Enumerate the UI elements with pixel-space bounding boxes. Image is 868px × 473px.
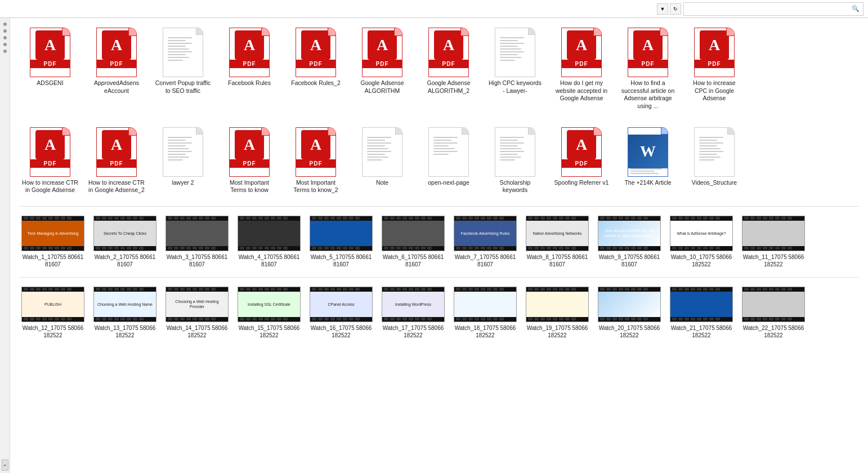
video-name: Watch_14_17075 58066182522 <box>165 324 229 339</box>
file-name: Videos_Structure <box>692 179 737 187</box>
file-name: Google Adsense ALGORITHM <box>354 79 410 95</box>
video-name: Watch_20_17075 58066182522 <box>598 324 661 339</box>
sidebar-dot-2 <box>3 29 7 33</box>
video-name: Watch_13_17075 58066182522 <box>93 324 156 339</box>
file-item[interactable]: A PDF Google Adsense ALGORITHM <box>351 23 413 115</box>
video-name: Watch_7_170755 8066181607 <box>454 253 517 268</box>
file-item[interactable]: High CPC keywords - Lawyer- <box>484 23 546 115</box>
file-item[interactable]: lawyer 2 <box>152 122 214 199</box>
file-name: Google Adsense ALGORITHM_2 <box>420 79 477 95</box>
video-name: Watch_2_170755 8066181607 <box>93 253 156 268</box>
sidebar-dot-1 <box>3 23 7 26</box>
video-name: Watch_19_17075 58066182522 <box>526 324 589 339</box>
file-name: Scholarship keywords <box>487 179 543 194</box>
nav-controls: ▼ ↻ <box>657 3 681 15</box>
file-name: How to increase CTR in Google Adsense_2 <box>88 179 145 194</box>
file-item[interactable]: Note <box>351 122 413 199</box>
video-item[interactable]: Choosing a Web Hosting NameWatch_13_1707… <box>91 284 159 341</box>
video-item[interactable]: how we can transfer any old visitors to … <box>596 213 663 270</box>
video-item[interactable]: Watch_4_170755 8066181607 <box>235 213 303 270</box>
video-item[interactable]: CPanel AccessWatch_16_17075 58066182522 <box>307 284 375 341</box>
video-item[interactable]: Watch_3_170755 8066181607 <box>163 213 231 270</box>
file-item[interactable]: A PDF ADSGENI <box>19 23 81 115</box>
file-grid-row1: A PDF ADSGENI A PDF ApprovedAdsens eAcco… <box>19 23 859 115</box>
file-name: How to increase CPC in Google Adsense <box>686 79 742 102</box>
video-item[interactable]: Native Advertising NetworksWatch_8_17075… <box>524 213 591 270</box>
search-input[interactable] <box>687 6 852 12</box>
search-box: 🔍 <box>683 2 863 16</box>
file-item[interactable]: A PDF How to increase CTR in Google Adse… <box>86 122 147 199</box>
file-item[interactable]: A PDF How do I get my website accepted i… <box>551 23 612 115</box>
video-item[interactable]: Choosing a Web Hosting ProviderWatch_14_… <box>163 284 231 341</box>
file-name: lawyer 2 <box>172 179 194 187</box>
file-item[interactable]: A PDF How to increase CTR in Google Adse… <box>19 122 81 199</box>
video-name: Watch_6_170755 8066181607 <box>382 253 445 268</box>
sidebar-dot-5 <box>3 50 7 53</box>
video-item[interactable]: Watch_19_17075 58066182522 <box>524 284 591 341</box>
address-bar: ▼ ↻ 🔍 <box>0 0 868 18</box>
section-divider-1 <box>19 206 859 207</box>
file-item[interactable]: A PDF ApprovedAdsens eAccount <box>86 23 147 115</box>
video-item[interactable]: Facebook Advertising RulesWatch_7_170755… <box>451 213 519 270</box>
file-name: How to find a successful article on Adse… <box>620 79 676 110</box>
file-item[interactable]: Scholarship keywords <box>484 122 546 199</box>
file-name: ApprovedAdsens eAccount <box>88 79 145 95</box>
video-name: Watch_18_17075 58066182522 <box>454 324 517 339</box>
sidebar-dot-4 <box>3 43 7 46</box>
file-item[interactable]: A PDF Facebook Rules <box>218 23 280 115</box>
section-divider-2 <box>19 277 859 278</box>
file-item[interactable]: A PDF Facebook Rules_2 <box>285 23 347 115</box>
video-name: Watch_9_170755 8066181607 <box>598 253 661 268</box>
video-name: Watch_5_170755 8066181607 <box>310 253 373 268</box>
file-item[interactable]: open-next-page <box>418 122 480 199</box>
video-name: Watch_16_17075 58066182522 <box>310 324 373 339</box>
file-name: Spoofing Referrer v1 <box>554 179 609 187</box>
video-name: Watch_17_17075 58066182522 <box>382 324 445 339</box>
dropdown-nav-btn[interactable]: ▼ <box>657 3 668 15</box>
file-item[interactable]: A PDF Most Important Terms to know <box>218 122 280 199</box>
file-item[interactable]: Videos_Structure <box>683 122 745 199</box>
video-name: Watch_3_170755 8066181607 <box>165 253 229 268</box>
video-item[interactable]: Watch_21_17075 58066182522 <box>668 284 735 341</box>
file-item[interactable]: A PDF Spoofing Referrer v1 <box>551 122 612 199</box>
file-item[interactable]: A PDF How to find a successful article o… <box>617 23 679 115</box>
video-name: Watch_22_17075 58066182522 <box>742 324 805 339</box>
file-name: Facebook Rules <box>228 79 271 87</box>
file-name: Most Important Terms to know_2 <box>288 179 344 194</box>
file-item[interactable]: W The +214K Article <box>617 122 679 199</box>
video-item[interactable]: Secrets To Cheap ClicksWatch_2_170755 80… <box>91 213 159 270</box>
video-item[interactable]: Installing WordPressWatch_17_17075 58066… <box>379 284 447 341</box>
file-name: Facebook Rules_2 <box>291 79 341 87</box>
file-name: ADSGENI <box>37 79 63 87</box>
sidebar-expand-btn[interactable]: + <box>2 459 8 471</box>
video-name: Watch_8_170755 8066181607 <box>526 253 589 268</box>
video-item[interactable]: Watch_6_170755 8066181607 <box>379 213 447 270</box>
file-item[interactable]: A PDF How to increase CPC in Google Adse… <box>683 23 745 115</box>
refresh-btn[interactable]: ↻ <box>670 3 681 15</box>
video-name: Watch_12_17075 58066182522 <box>21 324 84 339</box>
file-item[interactable]: A PDF Most Important Terms to know_2 <box>285 122 347 199</box>
file-name: High CPC keywords - Lawyer- <box>487 79 543 95</box>
file-item[interactable]: A PDF Google Adsense ALGORITHM_2 <box>418 23 480 115</box>
video-name: Watch_21_17075 58066182522 <box>670 324 733 339</box>
video-item[interactable]: What is AdSense Arbitrage?Watch_10_17075… <box>668 213 735 270</box>
video-item[interactable]: Watch_11_17075 58066182522 <box>740 213 807 270</box>
video-name: Watch_11_17075 58066182522 <box>742 253 805 268</box>
video-name: Watch_15_17075 58066182522 <box>238 324 301 339</box>
search-icon: 🔍 <box>852 5 860 12</box>
video-name: Watch_10_17075 58066182522 <box>670 253 733 268</box>
video-item[interactable]: Watch_20_17075 58066182522 <box>596 284 663 341</box>
file-name: open-next-page <box>428 179 469 187</box>
video-item[interactable]: Watch_5_170755 8066181607 <box>307 213 375 270</box>
main-content: A PDF ADSGENI A PDF ApprovedAdsens eAcco… <box>10 18 868 473</box>
video-name: Watch_1_170755 8066181607 <box>21 253 84 268</box>
file-name: Note <box>376 179 388 187</box>
video-grid-row2: PUBLISHWatch_12_17075 58066182522Choosin… <box>19 284 859 341</box>
video-item[interactable]: Watch_22_17075 58066182522 <box>740 284 807 341</box>
video-item[interactable]: Watch_18_17075 58066182522 <box>451 284 519 341</box>
video-item[interactable]: Installing SSL CertificateWatch_15_17075… <box>235 284 303 341</box>
video-item[interactable]: Time Managing in AdvertisingWatch_1_1707… <box>19 213 87 270</box>
video-item[interactable]: PUBLISHWatch_12_17075 58066182522 <box>19 284 87 341</box>
file-item[interactable]: Convert Popup traffic to SEO traffic <box>152 23 214 115</box>
file-grid-row2: A PDF How to increase CTR in Google Adse… <box>19 122 859 199</box>
